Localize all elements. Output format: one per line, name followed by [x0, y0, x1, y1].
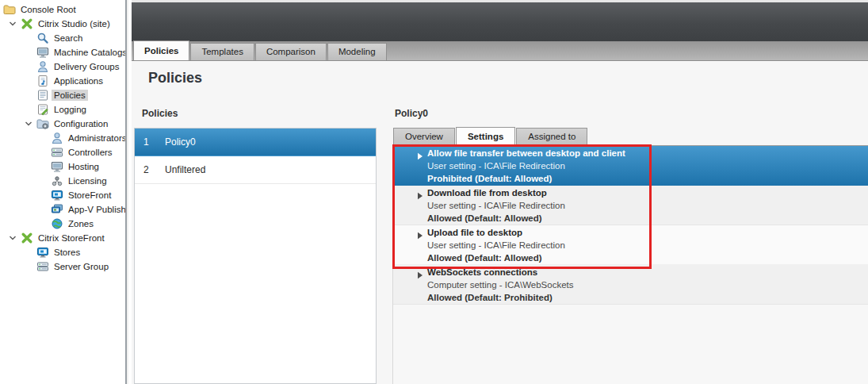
monitor-icon: [36, 46, 49, 59]
citrix-icon: [21, 17, 33, 30]
policies-icon: [36, 89, 49, 102]
setting-detail: Computer setting - ICA\WebSockets: [427, 278, 574, 291]
policy-row-name: Unfiltered: [165, 164, 205, 175]
tree-item-label: Administrators: [66, 132, 127, 144]
licensing-icon: [51, 175, 63, 187]
setting-detail: User setting - ICA\File Redirection: [427, 239, 565, 252]
detail-tab-assigned-to[interactable]: Assigned to: [516, 128, 587, 145]
tree-item-label: Server Group: [52, 261, 111, 272]
main-tab-bar: PoliciesTemplatesComparisonModeling: [132, 41, 868, 61]
expand-arrow-icon[interactable]: [417, 189, 427, 225]
console-tree: Console RootCitrix Studio (site)SearchMa…: [0, 0, 127, 384]
logging-icon: [36, 103, 49, 116]
detail-tab-overview[interactable]: Overview: [393, 128, 455, 145]
tree-item-server-group[interactable]: Server Group: [0, 259, 125, 274]
setting-row-websockets-connections[interactable]: WebSockets connectionsComputer setting -…: [393, 265, 868, 305]
storefront-icon: [36, 246, 49, 259]
tree-item-label: Zones: [66, 218, 96, 229]
tree-item-label: Logging: [52, 104, 89, 115]
policy-row-number: 2: [135, 164, 165, 175]
tree-item-label: Hosting: [66, 161, 101, 172]
folder-icon: [3, 3, 16, 16]
expand-arrow-icon[interactable]: [417, 268, 427, 304]
setting-name: Upload file to desktop: [427, 226, 565, 239]
server-icon: [51, 146, 63, 159]
search-icon: [36, 32, 49, 44]
setting-row-upload-file-to-desktop[interactable]: Upload file to desktopUser setting - ICA…: [393, 225, 868, 265]
tree-item-licensing[interactable]: Licensing: [0, 174, 125, 188]
studio-banner: [132, 0, 868, 41]
tree-item-label: Stores: [52, 247, 82, 258]
tree-item-stores[interactable]: Stores: [0, 245, 125, 259]
setting-value: Allowed (Default: Allowed): [427, 252, 565, 264]
expand-arrow-icon[interactable]: [417, 149, 427, 186]
tree-item-hosting[interactable]: Hosting: [0, 159, 125, 174]
tree-item-administrators[interactable]: Administrators: [0, 131, 125, 145]
appv-icon: [51, 203, 63, 216]
tree-item-zones[interactable]: Zones: [0, 217, 125, 231]
setting-name: Download file from desktop: [427, 186, 565, 199]
tree-item-label: Licensing: [66, 175, 109, 186]
tree-item-applications[interactable]: Applications: [0, 74, 125, 88]
tree-item-app-v-publishi[interactable]: App-V Publishi: [0, 202, 125, 217]
settings-list: Allow file transfer between desktop and …: [393, 146, 868, 305]
main-area: PoliciesTemplatesComparisonModeling Poli…: [132, 0, 868, 384]
tab-comparison[interactable]: Comparison: [255, 43, 327, 60]
chevron-down-icon[interactable]: [21, 118, 36, 129]
tree-item-label: Console Root: [18, 4, 78, 15]
setting-name: WebSockets connections: [427, 266, 574, 278]
content-area: Policies Policies 1Policy02Unfiltered Po…: [132, 61, 868, 384]
tree-item-label: Machine Catalogs: [52, 47, 127, 58]
tree-item-machine-catalogs[interactable]: Machine Catalogs: [0, 45, 125, 60]
tree-item-storefront[interactable]: StoreFront: [0, 188, 125, 202]
setting-value: Allowed (Default: Allowed): [427, 212, 565, 225]
policy-row-name: Policy0: [165, 136, 196, 148]
setting-row-allow-file-transfer-between-desktop-and-client[interactable]: Allow file transfer between desktop and …: [393, 146, 868, 186]
policy-detail-tab-bar: OverviewSettingsAssigned to: [393, 127, 588, 145]
tree-item-delivery-groups[interactable]: Delivery Groups: [0, 60, 125, 74]
tree-item-label: Search: [52, 33, 85, 44]
setting-value: Allowed (Default: Prohibited): [427, 291, 574, 304]
policy-detail-title: Policy0: [395, 108, 428, 119]
applications-icon: [36, 75, 49, 87]
setting-value: Prohibited (Default: Allowed): [427, 172, 625, 185]
tab-policies[interactable]: Policies: [133, 40, 189, 60]
policies-panel-label: Policies: [142, 108, 178, 119]
tree-item-logging[interactable]: Logging: [0, 102, 125, 117]
setting-detail: User setting - ICA\File Redirection: [427, 199, 565, 212]
detail-tab-settings[interactable]: Settings: [456, 127, 515, 145]
tree-item-label: Citrix Studio (site): [36, 18, 113, 29]
tree-item-label: Controllers: [66, 147, 115, 158]
person-icon: [51, 132, 63, 144]
config-folder-icon: [36, 117, 49, 130]
tab-templates[interactable]: Templates: [190, 43, 254, 60]
tree-item-label: Configuration: [52, 118, 110, 129]
policy-row-number: 1: [135, 136, 165, 148]
tree-item-label: Applications: [52, 75, 105, 86]
chevron-down-icon[interactable]: [5, 232, 21, 244]
monitor-icon: [51, 160, 63, 173]
storefront-icon: [51, 189, 63, 202]
tree-item-label: StoreFront: [66, 190, 113, 201]
setting-detail: User setting - ICA\File Redirection: [427, 159, 625, 172]
chevron-down-icon[interactable]: [5, 18, 21, 29]
policy-row-policy0[interactable]: 1Policy0: [135, 129, 376, 156]
tab-modeling[interactable]: Modeling: [327, 43, 387, 60]
tree-item-console-root[interactable]: Console Root: [0, 2, 125, 17]
setting-row-download-file-from-desktop[interactable]: Download file from desktopUser setting -…: [393, 186, 868, 225]
tree-item-search[interactable]: Search: [0, 31, 125, 45]
expand-arrow-icon[interactable]: [417, 228, 427, 264]
tree-item-configuration[interactable]: Configuration: [0, 117, 125, 131]
tree-item-citrix-studio-site[interactable]: Citrix Studio (site): [0, 17, 125, 31]
tree-item-policies[interactable]: Policies: [0, 88, 125, 102]
tree-item-citrix-storefront[interactable]: Citrix StoreFront: [0, 231, 125, 245]
server-icon: [36, 260, 49, 273]
globe-icon: [51, 217, 63, 230]
policy-row-unfiltered[interactable]: 2Unfiltered: [135, 156, 376, 184]
citrix-studio-window: Console RootCitrix Studio (site)SearchMa…: [0, 0, 868, 384]
setting-name: Allow file transfer between desktop and …: [427, 147, 625, 159]
person-icon: [36, 60, 49, 73]
tree-item-controllers[interactable]: Controllers: [0, 145, 125, 159]
tree-item-label: Policies: [52, 90, 88, 101]
tree-item-label: App-V Publishi: [66, 204, 127, 215]
